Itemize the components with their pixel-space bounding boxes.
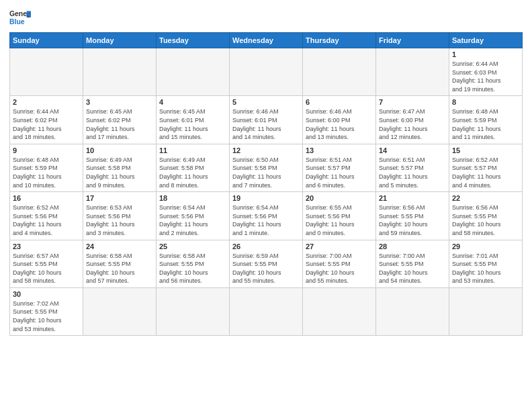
- day-number: 13: [306, 146, 373, 154]
- calendar-cell: 27Sunrise: 7:00 AM Sunset: 5:55 PM Dayli…: [303, 240, 376, 287]
- week-row-6: 30Sunrise: 7:02 AM Sunset: 5:55 PM Dayli…: [10, 287, 523, 335]
- calendar-cell: [376, 48, 449, 96]
- day-number: 27: [306, 242, 373, 250]
- day-number: 25: [159, 242, 226, 250]
- day-number: 5: [232, 98, 300, 106]
- day-info: Sunrise: 6:44 AM Sunset: 6:02 PM Dayligh…: [13, 107, 80, 141]
- calendar-cell: 10Sunrise: 6:49 AM Sunset: 5:58 PM Dayli…: [83, 144, 157, 191]
- day-number: 9: [13, 146, 80, 154]
- day-number: 21: [379, 194, 446, 202]
- weekday-header-sunday: Sunday: [10, 33, 83, 48]
- day-number: 4: [159, 98, 226, 106]
- calendar-cell: 30Sunrise: 7:02 AM Sunset: 5:55 PM Dayli…: [10, 287, 83, 335]
- day-info: Sunrise: 6:55 AM Sunset: 5:56 PM Dayligh…: [306, 203, 373, 237]
- calendar-cell: [230, 287, 303, 335]
- calendar-cell: 29Sunrise: 7:01 AM Sunset: 5:55 PM Dayli…: [449, 240, 523, 287]
- day-info: Sunrise: 6:45 AM Sunset: 6:02 PM Dayligh…: [86, 107, 153, 141]
- day-info: Sunrise: 6:53 AM Sunset: 5:56 PM Dayligh…: [86, 203, 153, 237]
- day-number: 24: [86, 242, 153, 250]
- day-info: Sunrise: 6:58 AM Sunset: 5:55 PM Dayligh…: [159, 252, 226, 285]
- calendar-cell: [83, 48, 157, 96]
- calendar-cell: 12Sunrise: 6:50 AM Sunset: 5:58 PM Dayli…: [230, 144, 303, 191]
- calendar-cell: 24Sunrise: 6:58 AM Sunset: 5:55 PM Dayli…: [83, 240, 157, 287]
- calendar-cell: 5Sunrise: 6:46 AM Sunset: 6:01 PM Daylig…: [230, 96, 303, 144]
- day-number: 19: [232, 194, 300, 202]
- day-number: 14: [379, 146, 446, 154]
- weekday-header-thursday: Thursday: [303, 33, 376, 48]
- day-number: 6: [306, 98, 373, 106]
- day-info: Sunrise: 6:52 AM Sunset: 5:57 PM Dayligh…: [452, 156, 519, 189]
- day-info: Sunrise: 6:56 AM Sunset: 5:55 PM Dayligh…: [452, 203, 519, 237]
- day-number: 2: [13, 98, 80, 106]
- calendar-cell: [230, 48, 303, 96]
- calendar-cell: 6Sunrise: 6:46 AM Sunset: 6:00 PM Daylig…: [303, 96, 376, 144]
- calendar-cell: 19Sunrise: 6:54 AM Sunset: 5:56 PM Dayli…: [230, 192, 303, 240]
- week-row-2: 2Sunrise: 6:44 AM Sunset: 6:02 PM Daylig…: [10, 96, 523, 144]
- day-number: 17: [86, 194, 153, 202]
- calendar-cell: 14Sunrise: 6:51 AM Sunset: 5:57 PM Dayli…: [376, 144, 449, 191]
- day-info: Sunrise: 7:00 AM Sunset: 5:55 PM Dayligh…: [306, 252, 373, 285]
- calendar-cell: 25Sunrise: 6:58 AM Sunset: 5:55 PM Dayli…: [157, 240, 230, 287]
- week-row-4: 16Sunrise: 6:52 AM Sunset: 5:56 PM Dayli…: [10, 192, 523, 240]
- day-number: 16: [13, 194, 80, 202]
- calendar-cell: 1Sunrise: 6:44 AM Sunset: 6:03 PM Daylig…: [449, 48, 523, 96]
- calendar-cell: 7Sunrise: 6:47 AM Sunset: 6:00 PM Daylig…: [376, 96, 449, 144]
- logo-icon: General Blue: [9, 7, 31, 28]
- weekday-header-row: SundayMondayTuesdayWednesdayThursdayFrid…: [10, 33, 523, 48]
- day-info: Sunrise: 6:45 AM Sunset: 6:01 PM Dayligh…: [159, 107, 226, 141]
- weekday-header-tuesday: Tuesday: [157, 33, 230, 48]
- day-info: Sunrise: 6:51 AM Sunset: 5:57 PM Dayligh…: [306, 156, 373, 189]
- calendar-cell: 26Sunrise: 6:59 AM Sunset: 5:55 PM Dayli…: [230, 240, 303, 287]
- calendar-cell: 8Sunrise: 6:48 AM Sunset: 5:59 PM Daylig…: [449, 96, 523, 144]
- calendar-cell: [10, 48, 83, 96]
- calendar-cell: [303, 48, 376, 96]
- day-info: Sunrise: 6:51 AM Sunset: 5:57 PM Dayligh…: [379, 156, 446, 189]
- calendar-cell: [157, 48, 230, 96]
- calendar-cell: 20Sunrise: 6:55 AM Sunset: 5:56 PM Dayli…: [303, 192, 376, 240]
- day-number: 20: [306, 194, 373, 202]
- day-number: 3: [86, 98, 153, 106]
- week-row-1: 1Sunrise: 6:44 AM Sunset: 6:03 PM Daylig…: [10, 48, 523, 96]
- svg-text:Blue: Blue: [9, 18, 25, 26]
- calendar-cell: 16Sunrise: 6:52 AM Sunset: 5:56 PM Dayli…: [10, 192, 83, 240]
- calendar-cell: 15Sunrise: 6:52 AM Sunset: 5:57 PM Dayli…: [449, 144, 523, 191]
- calendar-cell: 21Sunrise: 6:56 AM Sunset: 5:55 PM Dayli…: [376, 192, 449, 240]
- day-number: 8: [452, 98, 519, 106]
- day-info: Sunrise: 6:57 AM Sunset: 5:55 PM Dayligh…: [13, 252, 80, 285]
- calendar-cell: 23Sunrise: 6:57 AM Sunset: 5:55 PM Dayli…: [10, 240, 83, 287]
- day-info: Sunrise: 6:54 AM Sunset: 5:56 PM Dayligh…: [159, 203, 226, 237]
- day-number: 22: [452, 194, 519, 202]
- day-number: 12: [232, 146, 300, 154]
- calendar-cell: 18Sunrise: 6:54 AM Sunset: 5:56 PM Dayli…: [157, 192, 230, 240]
- day-info: Sunrise: 6:49 AM Sunset: 5:58 PM Dayligh…: [86, 156, 153, 189]
- day-info: Sunrise: 6:47 AM Sunset: 6:00 PM Dayligh…: [379, 107, 446, 141]
- week-row-5: 23Sunrise: 6:57 AM Sunset: 5:55 PM Dayli…: [10, 240, 523, 287]
- day-info: Sunrise: 6:50 AM Sunset: 5:58 PM Dayligh…: [232, 156, 300, 189]
- day-number: 15: [452, 146, 519, 154]
- day-number: 26: [232, 242, 300, 250]
- weekday-header-monday: Monday: [83, 33, 157, 48]
- day-number: 18: [159, 194, 226, 202]
- day-info: Sunrise: 7:02 AM Sunset: 5:55 PM Dayligh…: [13, 300, 80, 333]
- day-number: 1: [452, 50, 519, 58]
- day-number: 23: [13, 242, 80, 250]
- calendar-cell: [303, 287, 376, 335]
- calendar-cell: [83, 287, 157, 335]
- calendar-cell: 17Sunrise: 6:53 AM Sunset: 5:56 PM Dayli…: [83, 192, 157, 240]
- day-info: Sunrise: 6:48 AM Sunset: 5:59 PM Dayligh…: [13, 156, 80, 189]
- logo: General Blue: [9, 7, 31, 28]
- calendar: SundayMondayTuesdayWednesdayThursdayFrid…: [9, 32, 523, 336]
- calendar-cell: 28Sunrise: 7:00 AM Sunset: 5:55 PM Dayli…: [376, 240, 449, 287]
- weekday-header-saturday: Saturday: [449, 33, 523, 48]
- day-number: 29: [452, 242, 519, 250]
- day-info: Sunrise: 6:58 AM Sunset: 5:55 PM Dayligh…: [86, 252, 153, 285]
- calendar-cell: 9Sunrise: 6:48 AM Sunset: 5:59 PM Daylig…: [10, 144, 83, 191]
- day-number: 7: [379, 98, 446, 106]
- day-info: Sunrise: 6:49 AM Sunset: 5:58 PM Dayligh…: [159, 156, 226, 189]
- day-info: Sunrise: 6:44 AM Sunset: 6:03 PM Dayligh…: [452, 60, 519, 93]
- page: General Blue SundayMondayTuesdayWednesda…: [0, 0, 532, 411]
- calendar-cell: 2Sunrise: 6:44 AM Sunset: 6:02 PM Daylig…: [10, 96, 83, 144]
- header: General Blue: [9, 7, 523, 28]
- calendar-cell: [449, 287, 523, 335]
- calendar-cell: 11Sunrise: 6:49 AM Sunset: 5:58 PM Dayli…: [157, 144, 230, 191]
